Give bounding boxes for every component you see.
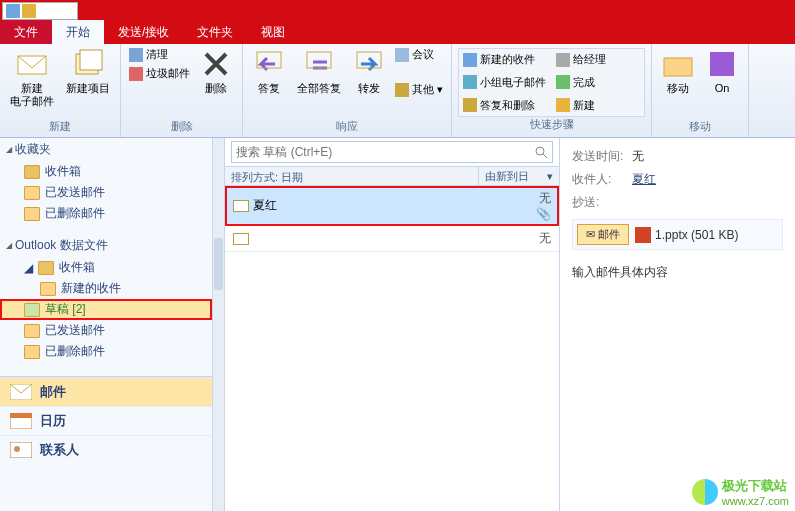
- folder-icon: [24, 165, 40, 179]
- tab-file[interactable]: 文件: [0, 20, 52, 44]
- folder-icon: [38, 261, 54, 275]
- sort-order[interactable]: 由新到日: [485, 169, 529, 184]
- clean-label: 清理: [146, 47, 168, 62]
- search-icon[interactable]: [534, 145, 548, 159]
- svg-rect-11: [10, 442, 32, 458]
- mgr-icon: [556, 53, 570, 67]
- nav-favorites[interactable]: 收藏夹: [0, 138, 212, 161]
- nav-inbox2[interactable]: ◢ 收件箱: [0, 257, 212, 278]
- group-label: 删除: [127, 119, 236, 135]
- attachment-bar: ✉ 邮件 1.pptx (501 KB): [572, 219, 783, 250]
- qs-label: 给经理: [573, 52, 606, 67]
- replyall-button[interactable]: 全部答复: [293, 46, 345, 97]
- forward-button[interactable]: 转发: [349, 46, 389, 97]
- qat-icon[interactable]: [22, 4, 36, 18]
- calendar-icon: [10, 413, 32, 429]
- nav-drafts[interactable]: 草稿 [2]: [0, 299, 212, 320]
- other-button[interactable]: 其他 ▾: [393, 81, 445, 98]
- qs-done[interactable]: 完成: [552, 72, 644, 94]
- nav-sent[interactable]: 已发送邮件: [0, 182, 212, 203]
- nav-deleted2[interactable]: 已删除邮件: [0, 341, 212, 362]
- replyall-label: 全部答复: [297, 82, 341, 95]
- search-input[interactable]: [236, 145, 534, 159]
- clean-button[interactable]: 清理: [127, 46, 192, 63]
- nav-section-calendar[interactable]: 日历: [0, 406, 212, 435]
- qs-label: 完成: [573, 75, 595, 90]
- folder-label: 已发送邮件: [45, 322, 105, 339]
- qat-icon[interactable]: [6, 4, 20, 18]
- qs-move[interactable]: 新建的收件: [459, 49, 551, 71]
- attachment-icon: 📎: [536, 207, 551, 221]
- junk-button[interactable]: 垃圾邮件: [127, 65, 192, 82]
- mail-icon: [10, 384, 32, 400]
- tab-folder[interactable]: 文件夹: [183, 20, 247, 44]
- tab-strip: 文件 开始 发送/接收 文件夹 视图: [0, 20, 795, 44]
- watermark-name: 极光下载站: [722, 477, 789, 495]
- chevron-down-icon[interactable]: ▾: [547, 170, 553, 183]
- scrollbar-thumb[interactable]: [214, 238, 223, 290]
- group-respond: 答复 全部答复 转发 会议 其他 ▾ 响应: [243, 44, 452, 137]
- tab-home[interactable]: 开始: [52, 20, 104, 44]
- check-icon: [556, 75, 570, 89]
- tab-view[interactable]: 视图: [247, 20, 299, 44]
- new-item-button[interactable]: 新建项目: [62, 46, 114, 97]
- section-label: 日历: [40, 412, 66, 430]
- svg-rect-0: [18, 56, 46, 74]
- reply-button[interactable]: 答复: [249, 46, 289, 97]
- attachment-tab[interactable]: ✉ 邮件: [577, 224, 629, 245]
- message-item[interactable]: 夏红 无📎: [225, 186, 559, 226]
- section-label: 邮件: [40, 383, 66, 401]
- nav-section-contacts[interactable]: 联系人: [0, 435, 212, 464]
- group-new: 新建 电子邮件 新建项目 新建: [0, 44, 121, 137]
- nav-section-mail[interactable]: 邮件: [0, 377, 212, 406]
- folder-label: 收件箱: [59, 259, 95, 276]
- move-button[interactable]: 移动: [658, 46, 698, 97]
- meeting-button[interactable]: 会议: [393, 46, 445, 63]
- nav-newfolder[interactable]: 新建的收件: [0, 278, 212, 299]
- new-item-icon: [72, 48, 104, 80]
- tab-sendrecv[interactable]: 发送/接收: [104, 20, 183, 44]
- delete-label: 删除: [205, 82, 227, 95]
- onenote-button[interactable]: On: [702, 46, 742, 97]
- message-item[interactable]: 无: [225, 226, 559, 252]
- sort-by[interactable]: 排列方式: 日期: [225, 167, 479, 185]
- flash-icon: [556, 98, 570, 112]
- nav-inbox[interactable]: 收件箱: [0, 161, 212, 182]
- reading-pane: 发送时间:无 收件人:夏红 抄送: ✉ 邮件 1.pptx (501 KB) 输…: [560, 138, 795, 511]
- meeting-icon: [395, 48, 409, 62]
- qs-new[interactable]: 新建: [552, 94, 644, 116]
- nav-deleted[interactable]: 已删除邮件: [0, 203, 212, 224]
- sort-header[interactable]: 排列方式: 日期 由新到日▾: [225, 166, 559, 186]
- folder-icon: [24, 186, 40, 200]
- svg-rect-6: [664, 58, 692, 76]
- message-list: 排列方式: 日期 由新到日▾ 夏红 无📎 无: [225, 138, 560, 511]
- onenote-icon: [706, 48, 738, 80]
- nav-datafile[interactable]: Outlook 数据文件: [0, 234, 212, 257]
- attachment-file[interactable]: 1.pptx (501 KB): [635, 227, 738, 243]
- qs-label: 新建的收件: [480, 52, 535, 67]
- group-quicksteps: 新建的收件 给经理 小组电子邮件 完成 答复和删除 新建 快速步骤: [452, 44, 652, 137]
- nav-sent2[interactable]: 已发送邮件: [0, 320, 212, 341]
- qs-replydel[interactable]: 答复和删除: [459, 94, 551, 116]
- delete-button[interactable]: 删除: [196, 46, 236, 97]
- envelope-icon: [233, 200, 249, 212]
- att-filename: 1.pptx (501 KB): [655, 228, 738, 242]
- quick-access-toolbar[interactable]: [2, 2, 78, 20]
- group-label: 新建: [6, 119, 114, 135]
- replydel-icon: [463, 98, 477, 112]
- reply-icon: [253, 48, 285, 80]
- broom-icon: [129, 48, 143, 62]
- message-date: 无: [539, 230, 551, 247]
- contacts-icon: [10, 442, 32, 458]
- nav-scrollbar[interactable]: [212, 138, 224, 511]
- qs-team[interactable]: 小组电子邮件: [459, 72, 551, 94]
- folder-icon: [24, 207, 40, 221]
- qs-mgr[interactable]: 给经理: [552, 49, 644, 71]
- svg-point-13: [536, 147, 544, 155]
- new-mail-button[interactable]: 新建 电子邮件: [6, 46, 58, 110]
- watermark-url: www.xz7.com: [722, 495, 789, 507]
- group-label: 移动: [658, 119, 742, 135]
- svg-point-12: [14, 446, 20, 452]
- search-box[interactable]: [231, 141, 553, 163]
- message-body: 输入邮件具体内容: [572, 264, 783, 281]
